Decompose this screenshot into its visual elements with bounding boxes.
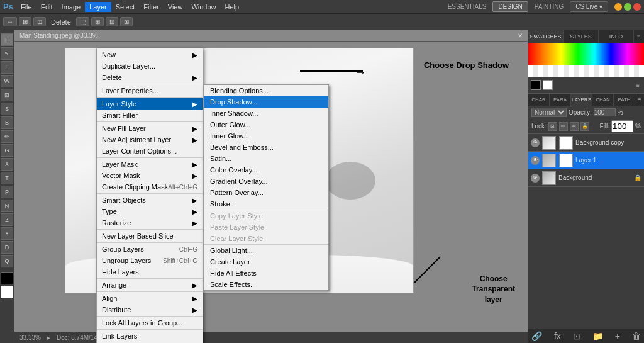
menu-item-layer[interactable]: Layer: [85, 2, 111, 12]
tool-eyedropper[interactable]: S: [1, 103, 13, 115]
menu-item-duplicate-layer[interactable]: Duplicate Layer...: [97, 60, 203, 72]
submenu-outer-glow[interactable]: Outer Glow...: [204, 119, 328, 130]
menu-item-link-layers[interactable]: Link Layers: [97, 330, 203, 342]
tool-type[interactable]: D: [1, 241, 13, 254]
menu-item-file[interactable]: File: [16, 2, 36, 12]
tab-swatches[interactable]: SWATCHES: [528, 30, 564, 43]
submenu-inner-glow[interactable]: Inner Glow...: [204, 130, 328, 142]
submenu-paste-layer-style[interactable]: Paste Layer Style: [204, 222, 328, 233]
submenu-inner-shadow[interactable]: Inner Shadow...: [204, 108, 328, 119]
ltab-char[interactable]: CHAR: [528, 94, 550, 106]
menu-item-edit[interactable]: Edit: [36, 2, 57, 12]
menu-item-lock-all-layers[interactable]: Lock All Layers in Group...: [97, 317, 203, 329]
opacity-input[interactable]: [594, 108, 616, 116]
submenu-satin[interactable]: Satin...: [204, 153, 328, 164]
submenu-copy-layer-style[interactable]: Copy Layer Style: [204, 210, 328, 222]
menu-item-distribute[interactable]: Distribute▶: [97, 304, 203, 315]
tool-crop[interactable]: ⊡: [1, 89, 13, 101]
delete-layer-btn[interactable]: 🗑: [632, 331, 641, 341]
menu-item-view[interactable]: View: [164, 2, 187, 12]
tool-healing[interactable]: B: [1, 116, 13, 129]
submenu-clear-layer-style[interactable]: Clear Layer Style: [204, 233, 328, 244]
submenu-bevel-emboss[interactable]: Bevel and Emboss...: [204, 142, 328, 153]
menu-item-delete[interactable]: Delete▶: [97, 72, 203, 83]
panel-menu-btn[interactable]: ≡: [634, 30, 644, 43]
ltab-chan[interactable]: CHAN: [592, 94, 614, 106]
submenu-blending-options[interactable]: Blending Options...: [204, 85, 328, 96]
menu-item-arrange[interactable]: Arrange▶: [97, 279, 203, 291]
background-color[interactable]: [1, 286, 13, 298]
submenu-scale-effects[interactable]: Scale Effects...: [204, 279, 328, 290]
menu-item-vector-mask[interactable]: Vector Mask▶: [97, 170, 203, 181]
canvas-content[interactable]: → Choose Drop Shadow ChooseTransparentla…: [14, 42, 528, 343]
menu-item-align[interactable]: Align▶: [97, 293, 203, 304]
transform-btn[interactable]: ⊡: [33, 17, 46, 26]
bg-color-btn[interactable]: [543, 80, 553, 90]
menu-item-layer-mask[interactable]: Layer Mask▶: [97, 159, 203, 170]
ltab-layers[interactable]: LAYERS: [571, 94, 592, 106]
tool-blur[interactable]: N: [1, 200, 13, 212]
panel-options-btn[interactable]: ≡: [634, 81, 641, 89]
option-d[interactable]: ⊠: [120, 17, 133, 26]
ltab-para[interactable]: PARA: [550, 94, 571, 106]
tool-magic-wand[interactable]: W: [1, 75, 13, 87]
submenu-stroke[interactable]: Stroke...: [204, 198, 328, 210]
tool-lasso[interactable]: L: [1, 61, 13, 74]
painting-label[interactable]: PAINTING: [531, 2, 567, 11]
cs-live-btn[interactable]: CS Live ▾: [570, 1, 608, 12]
foreground-color[interactable]: [1, 272, 13, 284]
lock-all-btn[interactable]: 🔒: [580, 122, 589, 131]
submenu-global-light[interactable]: Global Light...: [204, 244, 328, 256]
layer-item-background[interactable]: 👁 Background 🔒: [528, 169, 644, 187]
lock-transparent-btn[interactable]: ⊡: [548, 122, 557, 131]
link-layers-btn[interactable]: 🔗: [531, 331, 542, 341]
submenu-color-overlay[interactable]: Color Overlay...: [204, 164, 328, 176]
essentials-label[interactable]: ESSENTIALS: [445, 2, 490, 11]
menu-item-help[interactable]: Help: [221, 2, 244, 12]
option-a[interactable]: ⬚: [76, 17, 89, 26]
add-mask-btn[interactable]: ⊡: [573, 331, 580, 341]
layer-item-bg-copy[interactable]: 👁 Background copy: [528, 134, 644, 152]
auto-select-btn[interactable]: ⊞: [19, 17, 31, 26]
menu-item-ungroup-layers[interactable]: Ungroup LayersShift+Ctrl+G: [97, 255, 203, 266]
submenu-drop-shadow[interactable]: Drop Shadow...: [204, 96, 328, 108]
submenu-pattern-overlay[interactable]: Pattern Overlay...: [204, 187, 328, 198]
tool-zoom[interactable]: Q: [1, 255, 13, 267]
submenu-hide-all-effects[interactable]: Hide All Effects: [204, 267, 328, 279]
menu-item-select[interactable]: Select: [111, 2, 140, 12]
fill-input[interactable]: [611, 120, 633, 132]
menu-item-window[interactable]: Window: [187, 2, 220, 12]
fg-color-btn[interactable]: [531, 80, 541, 90]
menu-item-new-layer-based-slice[interactable]: New Layer Based Slice: [97, 230, 203, 242]
move-tool-option[interactable]: ↔: [3, 17, 17, 26]
eye-icon-background[interactable]: 👁: [531, 174, 540, 183]
option-b[interactable]: ⊞: [91, 17, 104, 26]
menu-item-image[interactable]: Image: [57, 2, 86, 12]
submenu-create-layer[interactable]: Create Layer: [204, 256, 328, 267]
add-style-btn[interactable]: fx: [554, 331, 561, 341]
menu-item-type[interactable]: Type▶: [97, 206, 203, 217]
tool-dodge[interactable]: Z: [1, 213, 13, 226]
layer-item-layer1[interactable]: 👁 Layer 1: [528, 152, 644, 169]
menu-item-new-fill-layer[interactable]: New Fill Layer▶: [97, 123, 203, 134]
tool-move[interactable]: ↖: [1, 47, 13, 60]
new-layer-btn[interactable]: +: [615, 331, 620, 341]
tool-marquee[interactable]: ⬚: [1, 33, 13, 46]
menu-item-new[interactable]: New▶: [97, 49, 203, 60]
tool-brush[interactable]: ✏: [1, 130, 13, 143]
menu-item-layer-properties[interactable]: Layer Properties...: [97, 85, 203, 96]
menu-item-hide-layers[interactable]: Hide Layers: [97, 266, 203, 278]
tool-eraser[interactable]: T: [1, 172, 13, 184]
menu-item-create-clipping-mask[interactable]: Create Clipping MaskAlt+Ctrl+G: [97, 181, 203, 193]
new-group-btn[interactable]: 📁: [592, 331, 603, 341]
tab-info[interactable]: INFO: [599, 30, 634, 43]
menu-item-layer-content-options[interactable]: Layer Content Options...: [97, 145, 203, 157]
menu-item-smart-objects[interactable]: Smart Objects▶: [97, 194, 203, 206]
menu-item-filter[interactable]: Filter: [139, 2, 163, 12]
ltab-path[interactable]: PATH: [614, 94, 635, 106]
layers-panel-menu[interactable]: ≡: [635, 94, 644, 106]
menu-item-rasterize[interactable]: Rasterize▶: [97, 217, 203, 228]
lock-position-btn[interactable]: ✛: [570, 122, 579, 131]
tool-gradient[interactable]: P: [1, 186, 13, 198]
eye-icon-bg-copy[interactable]: 👁: [531, 138, 540, 147]
